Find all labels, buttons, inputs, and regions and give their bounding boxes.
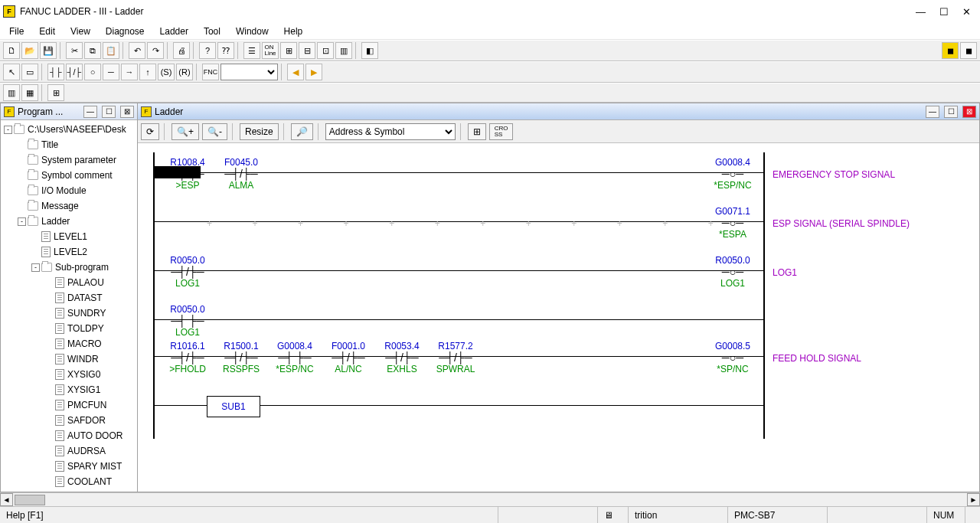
tool-button-2[interactable]: ⊟ xyxy=(299,42,315,59)
tool-button-5[interactable]: ◧ xyxy=(361,42,378,59)
mode-button-2[interactable]: ◼ xyxy=(960,42,977,59)
tree-item[interactable]: MACRO xyxy=(1,336,137,351)
tree-item[interactable]: -Sub-program xyxy=(1,260,137,275)
ladder-min-button[interactable]: — xyxy=(926,106,939,118)
cursor-button[interactable]: ↖ xyxy=(3,64,20,80)
ladder-close-button[interactable]: ⊠ xyxy=(962,106,976,118)
line-h-button[interactable]: ─ xyxy=(103,64,119,80)
ladder-coil[interactable]: G0071.1─○─*ESPA xyxy=(702,206,763,240)
tree-item[interactable]: XYSIG0 xyxy=(1,367,137,382)
ladder-max-button[interactable]: ☐ xyxy=(944,106,958,118)
find-button[interactable]: 🔎 xyxy=(291,123,313,140)
mode-button-1[interactable]: ◼ xyxy=(942,42,959,59)
ladder-contact[interactable]: F0045.0─┤/├─ALMA xyxy=(214,157,268,191)
tree-item[interactable]: Symbol comment xyxy=(1,168,137,183)
menu-window[interactable]: Window xyxy=(230,25,275,38)
online-button[interactable]: ONLine xyxy=(262,42,279,59)
ladder-contact[interactable]: F0001.0─┤/├─AL/NC xyxy=(322,341,375,374)
tree-item[interactable]: Title xyxy=(1,137,137,152)
monitor-button-3[interactable]: ⊞ xyxy=(47,84,64,101)
ladder-rung[interactable]: R0050.0─┤ ├─LOG1 xyxy=(153,299,964,336)
tree-item[interactable]: WINDR xyxy=(1,351,137,367)
menu-file[interactable]: File xyxy=(3,25,30,38)
scroll-left-button[interactable]: ◄ xyxy=(0,493,13,506)
tree-item[interactable]: AUDRSA xyxy=(1,443,137,459)
horizontal-scrollbar[interactable]: ◄ ► xyxy=(0,492,980,506)
nc-contact-button[interactable]: ┤/├ xyxy=(66,64,83,80)
tree-item[interactable]: SUNDRY xyxy=(1,306,137,321)
panel-min-button[interactable]: — xyxy=(83,106,97,118)
print-button[interactable]: 🖨 xyxy=(173,42,190,59)
tree-item[interactable]: System parameter xyxy=(1,152,137,168)
tree-item[interactable]: XYSIG1 xyxy=(1,382,137,397)
paste-button[interactable]: 📋 xyxy=(103,42,119,59)
tree-item[interactable]: TOLDPY xyxy=(1,321,137,336)
ladder-coil[interactable]: R0050.0─○─LOG1 xyxy=(702,255,763,289)
ladder-rung[interactable]: R0050.0─┤/├─LOG1R0050.0─○─LOG1LOG1 xyxy=(153,250,964,299)
redo-button[interactable]: ↷ xyxy=(147,42,164,59)
tree-item[interactable]: I/O Module xyxy=(1,183,137,198)
monitor-button-2[interactable]: ▦ xyxy=(21,84,38,101)
ladder-contact[interactable]: G0008.4─┤ ├─*ESP/NC xyxy=(268,341,322,374)
tree-item[interactable]: COOLANT xyxy=(1,474,137,489)
tree-item[interactable]: PMCFUN xyxy=(1,397,137,413)
ladder-contact[interactable]: R0050.0─┤ ├─LOG1 xyxy=(161,304,214,338)
tool-rect-button[interactable]: ▭ xyxy=(21,64,38,80)
zoom-in-button[interactable]: 🔍+ xyxy=(172,123,199,140)
tree-item[interactable]: DATAST xyxy=(1,290,137,306)
ladder-rung[interactable]: ++++++++++++G0071.1─○─*ESPAESP SIGNAL (S… xyxy=(153,201,964,250)
whatsthis-button[interactable]: ⁇ xyxy=(217,42,234,59)
fnc-select[interactable] xyxy=(220,64,278,80)
save-button[interactable]: 💾 xyxy=(40,42,57,59)
reset-button[interactable]: (R) xyxy=(176,64,193,80)
refresh-button[interactable]: ⟳ xyxy=(141,123,159,140)
sub-instruction[interactable]: SUB1 xyxy=(207,396,260,417)
ladder-canvas[interactable]: R1008.4─┤ ├─>ESPF0045.0─┤/├─ALMAG0008.4─… xyxy=(138,143,979,492)
branch-up-button[interactable]: ↑ xyxy=(139,64,156,80)
tree-item[interactable]: Message xyxy=(1,198,137,214)
scroll-right-button[interactable]: ► xyxy=(967,493,980,506)
ladder-contact[interactable]: R1577.2─┤/├─SPWRAL xyxy=(429,341,482,374)
tree-item[interactable]: -Ladder xyxy=(1,214,137,229)
monitor-button-1[interactable]: ▥ xyxy=(3,84,20,101)
display-mode-select[interactable]: Address & Symbol xyxy=(325,123,456,140)
tool-button-3[interactable]: ⊡ xyxy=(317,42,334,59)
grid-button[interactable]: ⊞ xyxy=(468,123,486,140)
ladder-rung[interactable]: SUB1 xyxy=(153,385,964,439)
ladder-contact[interactable]: R1500.1─┤/├─RSSPFS xyxy=(214,341,268,374)
maximize-icon[interactable]: ☐ xyxy=(939,6,949,18)
ladder-rung[interactable]: R1016.1─┤/├─>FHOLDR1500.1─┤/├─RSSPFSG000… xyxy=(153,336,964,385)
line-v-button[interactable]: → xyxy=(121,64,138,80)
menu-tool[interactable]: Tool xyxy=(198,25,227,38)
scroll-thumb[interactable] xyxy=(15,495,45,505)
zoom-out-button[interactable]: 🔍- xyxy=(202,123,227,140)
tree-item[interactable]: SPARY MIST xyxy=(1,459,137,474)
panel-close-button[interactable]: ⊠ xyxy=(120,106,134,118)
run-next-button[interactable]: ▶ xyxy=(305,64,322,80)
cross-button[interactable]: CROSS xyxy=(489,123,514,140)
menu-ladder[interactable]: Ladder xyxy=(154,25,194,38)
tree-item[interactable]: LEVEL2 xyxy=(1,244,137,260)
tree-item[interactable]: PALAOU xyxy=(1,275,137,290)
copy-button[interactable]: ⧉ xyxy=(84,42,101,59)
cut-button[interactable]: ✂ xyxy=(66,42,83,59)
open-button[interactable]: 📂 xyxy=(21,42,38,59)
ladder-contact[interactable]: R0053.4─┤/├─EXHLS xyxy=(375,341,429,374)
ladder-rung[interactable]: R1008.4─┤ ├─>ESPF0045.0─┤/├─ALMAG0008.4─… xyxy=(153,152,964,201)
ladder-contact[interactable]: R0050.0─┤/├─LOG1 xyxy=(161,255,214,289)
ladder-coil[interactable]: G0008.5─○─*SP/NC xyxy=(702,341,763,374)
new-button[interactable]: 🗋 xyxy=(3,42,20,59)
tool-button-1[interactable]: ⊞ xyxy=(280,42,297,59)
tree-item[interactable]: AUTO DOOR xyxy=(1,428,137,443)
minimize-icon[interactable]: — xyxy=(916,6,926,18)
tool-button-4[interactable]: ▥ xyxy=(335,42,352,59)
tree-item[interactable]: SAFDOR xyxy=(1,413,137,428)
coil-button[interactable]: ○ xyxy=(84,64,101,80)
set-button[interactable]: (S) xyxy=(158,64,175,80)
close-icon[interactable]: ✕ xyxy=(962,6,971,18)
menu-help[interactable]: Help xyxy=(278,25,309,38)
run-prev-button[interactable]: ◀ xyxy=(287,64,304,80)
no-contact-button[interactable]: ┤├ xyxy=(47,64,64,80)
menu-edit[interactable]: Edit xyxy=(33,25,61,38)
menu-view[interactable]: View xyxy=(64,25,96,38)
